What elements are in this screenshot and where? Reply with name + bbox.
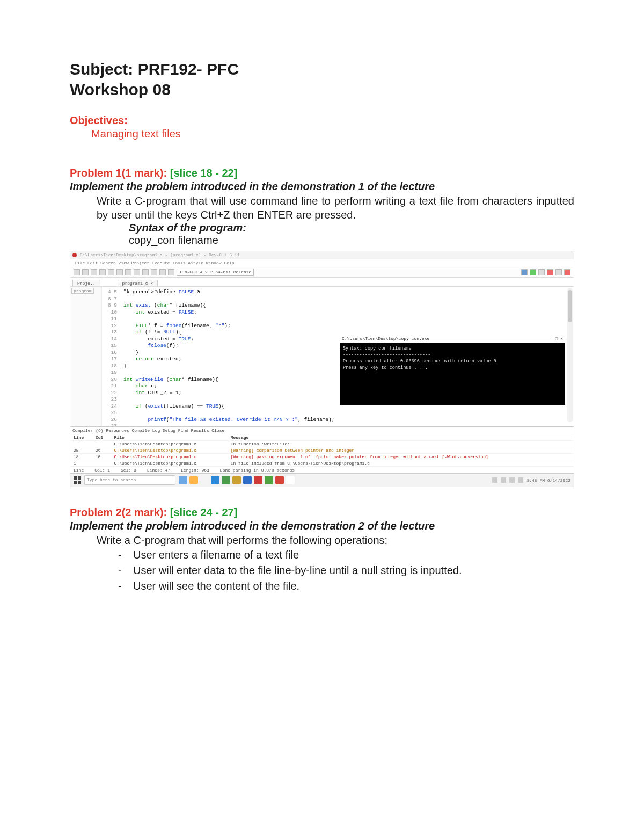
taskbar-app-icon[interactable] (179, 476, 187, 484)
tray-clock[interactable]: 8:48 PM 6/14/2022 (526, 478, 570, 483)
tray-icon[interactable] (518, 477, 523, 483)
title-line-2: Workshop 08 (70, 81, 171, 98)
taskbar-app-icon[interactable] (243, 476, 252, 484)
toolbar-icon[interactable] (521, 269, 528, 275)
taskbar-app-icon[interactable] (232, 476, 241, 484)
toolbar-icon[interactable] (547, 269, 553, 275)
compiler-panel: Compiler (9) Resources Compile Log Debug… (70, 426, 574, 473)
problem-1-heading: Problem 1(1 mark): [slice 18 - 22] (70, 167, 574, 179)
status-col: Col: 1 (94, 468, 110, 473)
taskbar-app-icon[interactable] (200, 476, 209, 484)
problem-1-label: Problem 1(1 mark): (70, 167, 170, 179)
compiler-table: LineColFileMessage C:\Users\Tien\Desktop… (70, 434, 574, 467)
project-pane-tab[interactable]: Proje.. (72, 280, 100, 286)
console-output: Syntax: copy_con filename---------------… (343, 345, 562, 371)
toolbar-icon[interactable] (74, 269, 80, 275)
taskbar-app-icon[interactable] (211, 476, 219, 484)
ide-toolbar[interactable]: TDM-GCC 4.9.2 64-bit Release (70, 267, 574, 278)
problem-1-slice: [slice 18 - 22] (170, 167, 238, 179)
start-button[interactable] (74, 476, 81, 484)
toolbar-icon[interactable] (564, 269, 570, 275)
toolbar-icon[interactable] (538, 269, 545, 275)
objectives-heading: Objectives: (70, 114, 574, 127)
problem-1-implement: Implement the problem introduced in the … (70, 180, 574, 193)
scrollbar[interactable] (567, 288, 573, 422)
list-item: -User will see the content of the file. (118, 578, 574, 594)
problem-1-body: Write a C-program that will use command … (97, 194, 574, 222)
document-page: Subject: PRF192- PFC Workshop 08 Objecti… (0, 0, 644, 834)
toolbar-icon[interactable] (151, 269, 157, 275)
status-length: Length: 963 (181, 468, 209, 473)
code-lines[interactable]: "k-green">#define FALSE 0 int exist (cha… (120, 287, 338, 426)
toolbar-icon[interactable] (555, 269, 562, 275)
scrollbar-thumb[interactable] (568, 290, 572, 322)
status-sel: Sel: 0 (121, 468, 136, 473)
taskbar[interactable]: Type here to search 8:48 PM 6/14/2022 (70, 473, 574, 487)
toolbar-icon[interactable] (125, 269, 131, 275)
toolbar-icon[interactable] (91, 269, 97, 275)
tray-icon[interactable] (509, 477, 515, 483)
taskbar-app-icon[interactable] (286, 476, 295, 484)
list-item: -User will enter data to the file line-b… (118, 563, 574, 578)
status-lines: Lines: 47 (147, 468, 170, 473)
console-window[interactable]: C:\Users\Tien\Desktop\copy_con.exe — ▢ ✕… (340, 335, 565, 405)
toolbar-icon[interactable] (530, 269, 536, 275)
ide-tabstrip: Proje.. program1.c × (70, 278, 574, 287)
problem-2-body: Write a C-program that will performs the… (97, 533, 574, 547)
taskbar-app-icon[interactable] (265, 476, 273, 484)
tray-icon[interactable] (501, 477, 506, 483)
compiler-combo[interactable]: TDM-GCC 4.9.2 64-bit Release (177, 269, 254, 276)
ide-titlebar: C:\Users\Tien\Desktop\program1.c - [prog… (70, 251, 574, 259)
console-window-buttons[interactable]: — ▢ ✕ (550, 336, 563, 342)
system-tray[interactable]: 8:48 PM 6/14/2022 (492, 477, 570, 483)
title-line-1: Subject: PRF192- PFC (70, 60, 239, 78)
code-editor[interactable]: 4 5 6 7 8 9 10 11 12 13 14 15 16 17 18 1… (102, 287, 574, 426)
status-line: Line (74, 468, 84, 473)
console-titlebar[interactable]: C:\Users\Tien\Desktop\copy_con.exe — ▢ ✕ (340, 335, 565, 343)
project-item[interactable]: program (71, 288, 94, 294)
objectives-body: Managing text files (91, 128, 574, 140)
toolbar-icon[interactable] (82, 269, 89, 275)
taskbar-app-icon[interactable] (222, 476, 230, 484)
syntax-heading: Syntax of the program: (129, 222, 574, 234)
problem-2-implement: Implement the problem introduced in the … (70, 520, 574, 532)
problem-2-label: Problem 2(2 mark): (70, 506, 170, 518)
toolbar-icon[interactable] (168, 269, 174, 275)
toolbar-icon[interactable] (142, 269, 149, 275)
taskbar-app-icon[interactable] (275, 476, 284, 484)
tray-icon[interactable] (492, 477, 497, 483)
toolbar-icon[interactable] (159, 269, 166, 275)
problem-2-list: -User enters a filename of a text file-U… (118, 547, 574, 594)
ide-window: C:\Users\Tien\Desktop\program1.c - [prog… (70, 251, 574, 487)
taskbar-apps[interactable] (179, 476, 295, 484)
ide-body: program 4 5 6 7 8 9 10 11 12 13 14 15 16… (70, 287, 574, 426)
console-title: C:\Users\Tien\Desktop\copy_con.exe (342, 336, 429, 342)
list-item: -User enters a filename of a text file (118, 547, 574, 563)
project-panel[interactable]: program (70, 287, 102, 426)
ide-menubar[interactable]: File Edit Search View Project Execute To… (70, 259, 574, 267)
line-gutter: 4 5 6 7 8 9 10 11 12 13 14 15 16 17 18 1… (102, 287, 120, 426)
taskbar-app-icon[interactable] (189, 476, 198, 484)
problem-2-slice: [slice 24 - 27] (170, 506, 238, 518)
file-tab[interactable]: program1.c × (118, 280, 158, 286)
taskbar-search[interactable]: Type here to search (84, 475, 175, 485)
status-bar: Line Col: 1 Sel: 0 Lines: 47 Length: 963… (70, 467, 574, 473)
toolbar-icon[interactable] (134, 269, 140, 275)
toolbar-icon[interactable] (99, 269, 106, 275)
compiler-tabs[interactable]: Compiler (9) Resources Compile Log Debug… (70, 427, 574, 434)
toolbar-icon[interactable] (116, 269, 123, 275)
toolbar-icon[interactable] (108, 269, 114, 275)
taskbar-app-icon[interactable] (254, 476, 262, 484)
problem-2-section: Problem 2(2 mark): [slice 24 - 27] Imple… (70, 506, 574, 594)
syntax-body: copy_con filename (129, 234, 574, 246)
status-done: Done parsing in 0.078 seconds (220, 468, 295, 473)
page-title: Subject: PRF192- PFC Workshop 08 (70, 59, 574, 99)
problem-2-heading: Problem 2(2 mark): [slice 24 - 27] (70, 506, 574, 519)
